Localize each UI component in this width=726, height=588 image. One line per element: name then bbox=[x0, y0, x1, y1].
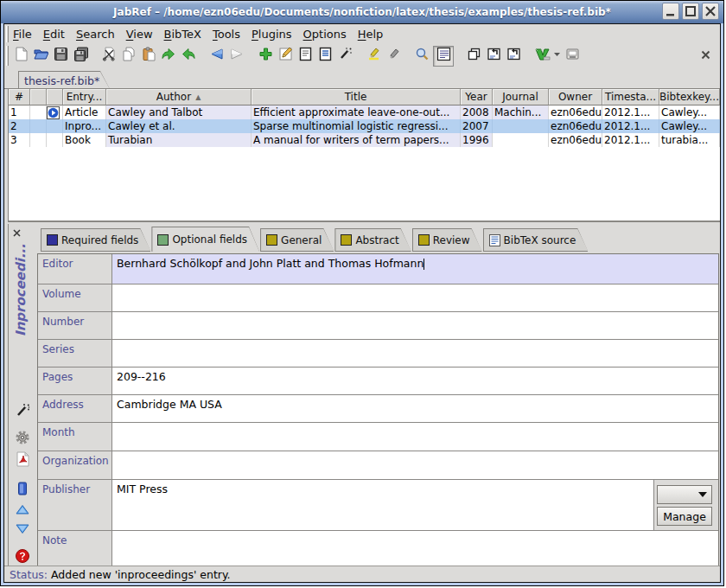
save-icon bbox=[54, 47, 68, 65]
close-editor-button[interactable] bbox=[10, 227, 24, 240]
menu-plugins[interactable]: Plugins bbox=[252, 28, 292, 41]
entry-editor-fields: EditorBernhard Schölkopf and John Platt … bbox=[37, 253, 719, 566]
cell-bibtexkey: Cawley... bbox=[659, 105, 720, 119]
editor-tab-optional-fields[interactable]: Optional fields bbox=[151, 227, 259, 252]
forward-icon bbox=[229, 47, 245, 65]
help-icon bbox=[15, 548, 30, 564]
new-file-button[interactable] bbox=[12, 47, 29, 65]
push-to-emacs-button[interactable] bbox=[505, 47, 522, 65]
menu-file[interactable]: File bbox=[13, 28, 32, 41]
edit-entry-button[interactable] bbox=[277, 47, 294, 65]
field-input-organization[interactable] bbox=[112, 451, 718, 479]
copy-button[interactable] bbox=[120, 47, 137, 65]
maximize-button[interactable] bbox=[682, 3, 699, 20]
title-bar[interactable]: JabRef – /home/ezn06edu/Documents/nonfic… bbox=[1, 1, 723, 23]
menu-edit[interactable]: Edit bbox=[43, 28, 65, 41]
save-button[interactable] bbox=[52, 47, 69, 65]
column-header-title[interactable]: Title bbox=[252, 89, 461, 105]
editor-tab-abstract[interactable]: Abstract bbox=[334, 228, 411, 252]
field-row-month: Month bbox=[38, 423, 718, 451]
column-header-author[interactable]: Author▲ bbox=[106, 89, 252, 105]
cell-bibtexkey: turabia... bbox=[659, 133, 720, 147]
cleanup-wand-button[interactable] bbox=[336, 47, 353, 65]
undo-button[interactable] bbox=[160, 47, 177, 65]
dropdown-arrow-button[interactable] bbox=[553, 47, 561, 65]
publisher-combo-button[interactable] bbox=[657, 485, 712, 504]
search-button[interactable] bbox=[413, 47, 430, 65]
back-button[interactable] bbox=[208, 47, 226, 65]
edit-preamble-button[interactable] bbox=[296, 47, 314, 65]
gear-button[interactable] bbox=[14, 429, 31, 446]
column-header-entry[interactable]: Entry... bbox=[63, 89, 106, 105]
column-header-bibtexkey[interactable]: Bibtexkey... bbox=[659, 89, 720, 105]
prev-entry-button[interactable] bbox=[14, 502, 31, 519]
editor-tab-bibtex-source[interactable]: BibTeX source bbox=[483, 228, 589, 252]
tab-thesis-ref[interactable]: thesis-ref.bib* bbox=[18, 71, 110, 89]
open-file-blue-button[interactable] bbox=[14, 480, 31, 497]
menu-options[interactable]: Options bbox=[303, 28, 347, 41]
editor-tab-required-fields[interactable]: Required fields bbox=[41, 228, 150, 252]
url-icon[interactable] bbox=[47, 106, 60, 119]
editor-tab-general[interactable]: General bbox=[260, 228, 334, 252]
save-all-button[interactable] bbox=[72, 47, 89, 65]
push-to-winedt-button[interactable] bbox=[564, 47, 581, 65]
paste-button[interactable] bbox=[140, 47, 157, 65]
autoset-wand-button[interactable] bbox=[14, 402, 31, 419]
toggle-search-pane-icon bbox=[436, 47, 451, 65]
field-input-series[interactable] bbox=[112, 340, 718, 367]
toolbar-grip[interactable] bbox=[6, 46, 9, 66]
open-file-button[interactable] bbox=[32, 47, 49, 65]
field-tab-icon bbox=[418, 234, 430, 246]
column-header-icon1[interactable] bbox=[30, 89, 47, 105]
menu-tools[interactable]: Tools bbox=[213, 28, 240, 41]
push-to-vim-button[interactable] bbox=[533, 47, 551, 65]
field-input-pages[interactable]: 209--216 bbox=[112, 368, 718, 394]
table-row[interactable]: 2Inpro...Cawley et al.Sparse multinomial… bbox=[9, 119, 720, 133]
field-input-volume[interactable] bbox=[112, 284, 718, 311]
field-input-publisher[interactable]: MIT Press bbox=[112, 480, 653, 530]
editor-tab-label: General bbox=[281, 234, 322, 246]
entry-table-header: #Entry...Author▲TitleYearJournalOwnerTim… bbox=[9, 89, 720, 105]
table-row[interactable]: 3BookTurabianA manual for writers of ter… bbox=[9, 133, 720, 147]
edit-strings-button[interactable] bbox=[316, 47, 334, 65]
new-window-button[interactable] bbox=[465, 47, 482, 65]
column-header-journal[interactable]: Journal bbox=[493, 89, 549, 105]
push-to-winedt-icon bbox=[565, 47, 580, 65]
minimize-button[interactable] bbox=[662, 3, 679, 20]
manage-button[interactable]: Manage bbox=[657, 507, 712, 526]
column-header-icon2[interactable] bbox=[47, 89, 63, 105]
column-header-timesta[interactable]: Timesta... bbox=[602, 89, 659, 105]
menu-bibtex[interactable]: BibTeX bbox=[164, 28, 201, 41]
menubar-grip[interactable] bbox=[6, 26, 9, 42]
column-header-#[interactable]: # bbox=[9, 89, 30, 105]
window-content: FileEditSearchViewBibTeXToolsPluginsOpti… bbox=[3, 23, 721, 583]
forward-button[interactable] bbox=[228, 47, 245, 65]
redo-button[interactable] bbox=[180, 47, 197, 65]
menu-view[interactable]: View bbox=[126, 28, 153, 41]
column-header-year[interactable]: Year bbox=[461, 89, 493, 105]
field-input-month[interactable] bbox=[112, 423, 718, 451]
close-database-button[interactable] bbox=[697, 48, 713, 63]
mark-entries-button[interactable] bbox=[365, 47, 382, 65]
field-input-editor[interactable]: Bernhard Schölkopf and John Platt and Th… bbox=[112, 254, 718, 284]
column-header-owner[interactable]: Owner bbox=[549, 89, 602, 105]
table-row[interactable]: 1ArticleCawley and TalbotEfficient appro… bbox=[9, 105, 720, 119]
pdf-button[interactable] bbox=[14, 451, 31, 468]
open-file-blue-icon bbox=[15, 481, 30, 496]
next-entry-button[interactable] bbox=[14, 520, 31, 537]
close-button[interactable] bbox=[702, 3, 719, 20]
field-input-note[interactable] bbox=[112, 531, 718, 566]
unmark-entries-button[interactable] bbox=[385, 47, 402, 65]
field-input-number[interactable] bbox=[112, 312, 718, 339]
new-entry-button[interactable] bbox=[257, 47, 274, 65]
cut-button[interactable] bbox=[100, 47, 118, 65]
menu-help[interactable]: Help bbox=[358, 28, 384, 41]
field-input-address[interactable]: Cambridge MA USA bbox=[112, 395, 718, 422]
toggle-search-pane-button[interactable] bbox=[433, 46, 454, 67]
text-caret bbox=[424, 259, 424, 270]
push-to-lyx-button[interactable] bbox=[485, 47, 502, 65]
menu-search[interactable]: Search bbox=[76, 28, 115, 41]
editor-tab-review[interactable]: Review bbox=[412, 228, 482, 252]
help-button[interactable] bbox=[14, 547, 31, 565]
field-tab-icon bbox=[47, 234, 58, 246]
